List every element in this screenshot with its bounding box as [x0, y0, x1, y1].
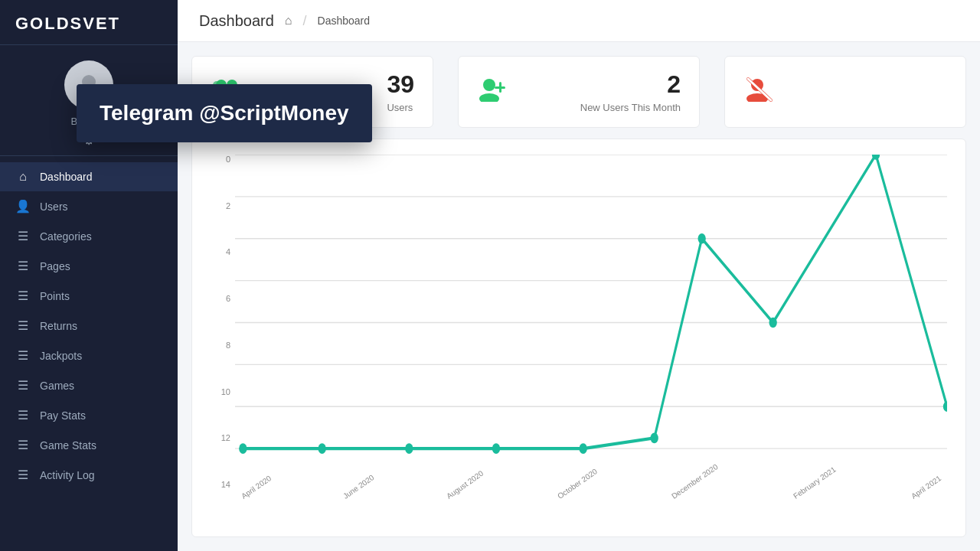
- main-content: Dashboard ⌂ / Dashboard 39 Users: [178, 0, 980, 551]
- list-icon: ☰: [15, 229, 31, 243]
- sidebar-item-label: Categories: [40, 230, 92, 243]
- stat-number-newusers: 2: [580, 70, 681, 99]
- sidebar-item-label: Pages: [40, 260, 70, 272]
- svg-rect-9: [495, 86, 505, 89]
- breadcrumb: Dashboard: [318, 15, 371, 27]
- svg-point-31: [943, 401, 947, 412]
- chart-svg: [235, 155, 947, 491]
- svg-point-23: [318, 443, 326, 454]
- svg-point-24: [405, 443, 413, 454]
- sidebar-item-users[interactable]: 👤 Users: [0, 191, 178, 221]
- activitylog-icon: ☰: [15, 468, 31, 482]
- sidebar-item-categories[interactable]: ☰ Categories: [0, 221, 178, 251]
- sidebar-item-label: Points: [40, 290, 70, 302]
- sidebar-item-points[interactable]: ☰ Points: [0, 281, 178, 311]
- overlay-popup: Telegram @ScriptMoney: [77, 84, 372, 142]
- stat-info-newusers: 2 New Users This Month: [580, 70, 681, 113]
- home-icon: ⌂: [15, 170, 31, 184]
- sidebar-item-label: Dashboard: [40, 171, 93, 183]
- breadcrumb-separator: /: [303, 13, 307, 29]
- stat-label-newusers: New Users This Month: [580, 102, 681, 113]
- sidebar-item-activitylog[interactable]: ☰ Activity Log: [0, 460, 178, 490]
- logo: GOLDSVET: [0, 0, 178, 45]
- stat-number-users: 39: [387, 70, 414, 99]
- user-plus-icon: [477, 76, 508, 108]
- sidebar-item-gamestats[interactable]: ☰ Game Stats: [0, 430, 178, 460]
- sidebar-item-dashboard[interactable]: ⌂ Dashboard: [0, 162, 178, 191]
- sidebar-item-label: Returns: [40, 320, 77, 332]
- stat-label-users: Users: [387, 102, 414, 113]
- sidebar-item-pages[interactable]: ☰ Pages: [0, 251, 178, 281]
- games-icon: ☰: [15, 378, 31, 393]
- sidebar-item-games[interactable]: ☰ Games: [0, 370, 178, 400]
- sidebar-item-jackpots[interactable]: ☰ Jackpots: [0, 341, 178, 370]
- svg-point-6: [483, 79, 495, 91]
- svg-point-27: [651, 433, 658, 444]
- stat-info-users: 39 Users: [387, 70, 414, 113]
- sidebar-nav: ⌂ Dashboard 👤 Users ☰ Categories ☰ Pages…: [0, 156, 178, 551]
- chart-inner: 14 12 10 8 6 4 2 0: [211, 155, 947, 491]
- jackpots-icon: ☰: [15, 348, 31, 363]
- sidebar-item-label: Games: [40, 380, 74, 392]
- home-breadcrumb-icon[interactable]: ⌂: [285, 14, 292, 28]
- sidebar-item-label: Jackpots: [40, 350, 82, 362]
- sidebar-item-paystats[interactable]: ☰ Pay Stats: [0, 400, 178, 430]
- users-icon: 👤: [15, 199, 31, 214]
- topbar: Dashboard ⌂ / Dashboard: [178, 0, 980, 42]
- sidebar: GOLDSVET Balance ⚙ ⌂ Dashboard 👤 Users ☰…: [0, 0, 178, 551]
- y-axis: 14 12 10 8 6 4 2 0: [211, 155, 235, 491]
- sidebar-item-label: Pay Stats: [40, 409, 86, 422]
- sidebar-item-label: Activity Log: [40, 469, 95, 481]
- sidebar-item-label: Game Stats: [40, 439, 96, 452]
- svg-point-25: [492, 443, 500, 454]
- returns-icon: ☰: [15, 318, 31, 333]
- stat-card-newusers: 2 New Users This Month: [458, 56, 700, 128]
- svg-point-7: [479, 93, 499, 102]
- svg-point-28: [698, 233, 706, 244]
- paystats-icon: ☰: [15, 408, 31, 422]
- sidebar-item-label: Users: [40, 201, 68, 213]
- gamestats-icon: ☰: [15, 438, 31, 452]
- pages-icon: ☰: [15, 259, 31, 273]
- chart-container: 14 12 10 8 6 4 2 0: [191, 139, 966, 537]
- sidebar-item-returns[interactable]: ☰ Returns: [0, 311, 178, 341]
- svg-point-22: [239, 443, 247, 454]
- svg-point-26: [580, 443, 587, 454]
- user-slash-icon: [743, 76, 774, 108]
- points-icon: ☰: [15, 289, 31, 303]
- stat-card-banned: [724, 56, 966, 128]
- page-title: Dashboard: [199, 12, 274, 30]
- svg-point-29: [769, 318, 777, 328]
